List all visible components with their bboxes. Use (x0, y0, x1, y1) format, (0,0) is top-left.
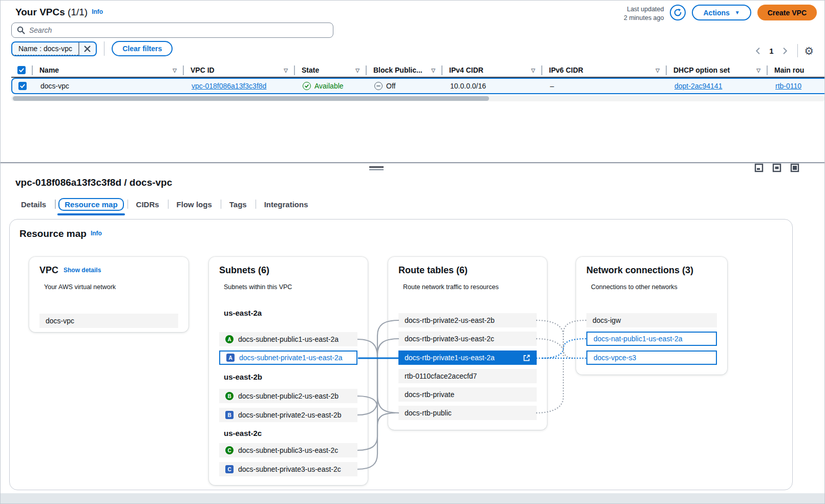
filter-token: Name : docs-vpc (11, 41, 97, 56)
next-page-button[interactable] (779, 45, 791, 57)
route-tables-card: Route tables (6) Route network traffic t… (388, 257, 547, 430)
resource-item-vpc-endpoint[interactable]: docs-vpce-s3 (586, 350, 717, 365)
create-vpc-button[interactable]: Create VPC (757, 5, 817, 20)
col-header-block-public[interactable]: Block Public...▽ (366, 63, 441, 77)
resource-item-route-table[interactable]: docs-rtb-private (398, 387, 537, 402)
close-icon (84, 46, 91, 52)
chevron-down-icon: ▼ (735, 10, 740, 15)
split-panel-divider (0, 162, 825, 163)
col-header-dhcp-option-set[interactable]: DHCP option set▽ (666, 63, 767, 77)
split-panel-drag-handle[interactable] (369, 166, 384, 170)
cell-ipv6-cidr: – (542, 82, 667, 90)
checkbox-checked-icon (18, 82, 27, 90)
cell-ipv4-cidr: 10.0.0.0/16 (442, 82, 542, 90)
resource-item-route-table-selected[interactable]: docs-rtb-private1-us-east-2a (398, 350, 537, 365)
sort-icon[interactable]: ▽ (173, 68, 177, 73)
resource-item-subnet[interactable]: Bdocs-subnet-private2-us-east-2b (219, 408, 357, 422)
resource-item-vpc[interactable]: docs-vpc (39, 314, 178, 328)
refresh-icon (673, 8, 682, 17)
panel-bottom-icon[interactable] (754, 163, 764, 172)
clear-filters-button[interactable]: Clear filters (112, 41, 173, 56)
resource-item-subnet[interactable]: Adocs-subnet-public1-us-east-2a (219, 332, 357, 346)
tab-cidrs[interactable]: CIDRs (128, 196, 168, 212)
resource-item-internet-gateway[interactable]: docs-igw (586, 313, 717, 327)
info-link[interactable]: Info (92, 8, 103, 15)
table-settings-button[interactable]: ⚙ (804, 46, 814, 56)
col-header-ipv4-cidr[interactable]: IPv4 CIDR▽ (441, 63, 541, 77)
route-tables-card-title: Route tables (6) (398, 265, 468, 276)
resource-item-nat-gateway[interactable]: docs-nat-public1-us-east-2a (586, 332, 717, 346)
pagination-separator (797, 44, 798, 57)
pagination: 1 ⚙ (752, 44, 814, 57)
detail-tabs: Details Resource map CIDRs Flow logs Tag… (12, 196, 317, 212)
available-status-icon (303, 82, 311, 90)
last-updated-line1: Last updated (624, 5, 664, 14)
table-row[interactable]: docs-vpc vpc-018f086a13f3c3f8d Available… (11, 78, 825, 94)
resource-item-subnet-selected[interactable]: Adocs-subnet-private1-us-east-2a (219, 350, 357, 365)
panel-split-icon[interactable] (772, 163, 781, 172)
external-link-icon[interactable] (523, 354, 531, 362)
main-route-table-link[interactable]: rtb-0110 (775, 82, 801, 90)
col-header-name[interactable]: Name▽ (32, 63, 183, 77)
private-subnet-badge: A (226, 354, 235, 362)
refresh-button[interactable] (670, 5, 686, 20)
cell-name: docs-vpc (33, 82, 184, 90)
scrollbar-thumb[interactable] (13, 96, 489, 101)
az-group-header: us-east-2a (224, 309, 262, 317)
dhcp-option-set-link[interactable]: dopt-2ac94141 (674, 82, 722, 90)
private-subnet-badge: C (225, 465, 234, 473)
sort-icon[interactable]: ▽ (355, 68, 359, 73)
resource-item-route-table[interactable]: docs-rtb-private3-us-east-2c (398, 332, 537, 346)
actions-button[interactable]: Actions▼ (692, 5, 751, 20)
page-number[interactable]: 1 (769, 47, 773, 55)
row-checkbox[interactable] (12, 82, 33, 90)
resource-item-route-table[interactable]: rtb-0110cface2acecfd7 (398, 369, 537, 383)
subnets-card: Subnets (6) Subnets within this VPC us-e… (209, 257, 368, 485)
resource-item-subnet[interactable]: Bdocs-subnet-public2-us-east-2b (219, 389, 357, 403)
actions-label: Actions (703, 9, 729, 17)
public-subnet-badge: A (225, 335, 234, 343)
remove-filter-button[interactable] (79, 46, 96, 52)
cell-block-public: Off (367, 82, 442, 90)
tab-flow-logs[interactable]: Flow logs (168, 196, 221, 212)
vpc-id-link[interactable]: vpc-018f086a13f3c3f8d (192, 82, 266, 90)
panel-full-icon[interactable] (790, 163, 799, 172)
resource-map-title: Resource mapInfo (19, 228, 102, 239)
resource-item-route-table[interactable]: docs-rtb-public (398, 406, 537, 420)
sort-icon[interactable]: ▽ (284, 68, 288, 73)
tab-tags[interactable]: Tags (221, 196, 256, 212)
resource-item-subnet[interactable]: Cdocs-subnet-public3-us-east-2c (219, 443, 357, 457)
col-header-ipv6-cidr[interactable]: IPv6 CIDR▽ (541, 63, 666, 77)
tab-details[interactable]: Details (12, 196, 55, 212)
sort-icon[interactable]: ▽ (431, 68, 435, 73)
resource-item-route-table[interactable]: docs-rtb-private2-us-east-2b (398, 313, 537, 327)
col-header-main-route[interactable]: Main rou (767, 63, 825, 77)
col-header-state[interactable]: State▽ (294, 63, 366, 77)
create-vpc-label: Create VPC (768, 9, 807, 17)
resource-item-subnet[interactable]: Cdocs-subnet-private3-us-east-2c (219, 462, 357, 476)
network-connections-card-title: Network connections (3) (586, 265, 693, 276)
sort-icon[interactable]: ▽ (655, 68, 660, 73)
sort-icon[interactable]: ▽ (756, 68, 760, 73)
previous-page-button[interactable] (752, 45, 764, 57)
show-details-link[interactable]: Show details (64, 267, 101, 274)
info-link[interactable]: Info (91, 230, 102, 237)
az-group-header: us-east-2b (224, 372, 262, 381)
search-icon (17, 26, 25, 34)
tab-integrations[interactable]: Integrations (256, 196, 317, 212)
vpc-card-subtitle: Your AWS virtual network (44, 283, 116, 291)
tab-resource-map[interactable]: Resource map (55, 196, 127, 212)
filter-separator (104, 41, 105, 56)
detail-title: vpc-018f086a13f3c3f8d / docs-vpc (15, 177, 172, 188)
col-header-vpc-id[interactable]: VPC ID▽ (183, 63, 294, 77)
az-group-header: us-east-2c (224, 429, 262, 437)
filter-token-label[interactable]: Name : docs-vpc (12, 42, 78, 55)
subnets-card-subtitle: Subnets within this VPC (224, 283, 292, 291)
search-placeholder: Search (29, 26, 52, 34)
network-connections-card: Network connections (3) Connections to o… (576, 257, 727, 375)
sort-icon[interactable]: ▽ (531, 68, 535, 73)
select-all-checkbox[interactable] (11, 66, 32, 74)
search-input[interactable]: Search (11, 23, 333, 38)
subnets-card-title: Subnets (6) (219, 265, 269, 276)
panel-layout-controls (754, 163, 799, 172)
